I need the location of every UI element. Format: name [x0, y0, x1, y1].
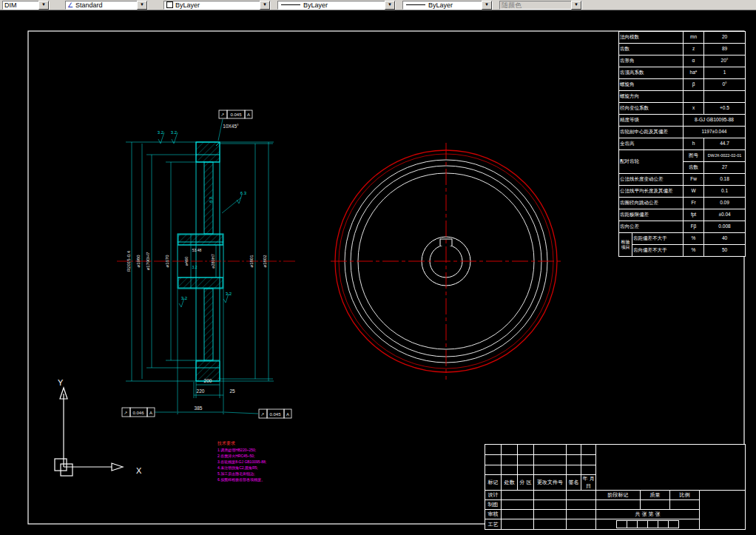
- mark-boxes-cell: [596, 519, 700, 530]
- textstyle-combo[interactable]: ∠ Standard ▼: [65, 1, 148, 10]
- runout-icon: ↗: [124, 411, 127, 415]
- empty-cell: [534, 455, 567, 465]
- dim-385: 385: [195, 406, 203, 411]
- ucs-x-label: X: [136, 466, 142, 475]
- empty-cell: [534, 519, 567, 530]
- empty-cell: [567, 465, 581, 475]
- empty-cell: [518, 445, 534, 455]
- empty-cell: [485, 465, 502, 475]
- mark-box: [658, 520, 669, 528]
- svg-text:A: A: [286, 412, 289, 417]
- empty-cell: [581, 445, 596, 455]
- dim-d1670: ⌀1670: [165, 255, 169, 268]
- notes-title: 技术要求: [217, 441, 235, 446]
- roughness-label: 3.2: [192, 265, 198, 269]
- empty-cell: [485, 445, 502, 455]
- chamfer-label: 10X45°: [223, 124, 239, 129]
- roughness-label: 3.2: [181, 296, 188, 300]
- color-swatch-icon: [166, 1, 173, 8]
- chevron-down-icon[interactable]: ▼: [38, 1, 49, 10]
- empty-cell: [670, 500, 700, 510]
- lineweight-sample-icon: [406, 4, 425, 5]
- svg-text:6.按图样检验齿部各项精度。: 6.按图样检验齿部各项精度。: [217, 477, 265, 482]
- empty-cell: [534, 445, 567, 455]
- linetype-combo-value: ByLayer: [303, 1, 385, 9]
- roughness-label: 6.3: [240, 191, 247, 195]
- empty-cell: [534, 491, 567, 500]
- lineweight-combo-value: ByLayer: [428, 1, 482, 9]
- dim-d1801: ⌀1801: [249, 255, 254, 268]
- linetype-sample-icon: [281, 4, 300, 5]
- dim-220: 220: [197, 388, 205, 394]
- lineweight-combo[interactable]: ByLayer ▼: [402, 1, 493, 10]
- color-combo[interactable]: ByLayer ▼: [163, 1, 271, 10]
- chevron-down-icon: ▼: [571, 1, 581, 10]
- plotstyle-combo-value: 随颜色: [502, 1, 571, 9]
- chevron-down-icon[interactable]: ▼: [385, 1, 395, 10]
- svg-text:4.未注明倒角C2,圆角R5;: 4.未注明倒角C2,圆角R5;: [217, 465, 258, 471]
- empty-cell: [567, 455, 581, 465]
- dimstyle-combo-value: DIM: [4, 1, 38, 9]
- empty-cell: [567, 445, 581, 455]
- gear-parameter-table: 法向模数mn20 齿数z89 齿形角α20° 齿顶高系数ha*1 螺旋角β0° …: [618, 31, 746, 257]
- ucs-y-label: Y: [58, 378, 64, 387]
- dim-d1980: ⌀1980: [136, 255, 141, 268]
- empty-cell: [502, 455, 518, 465]
- runout-icon: ↗: [220, 112, 224, 117]
- svg-text:0.045: 0.045: [230, 112, 242, 117]
- dim-d1790: ⌀1790H7: [146, 252, 150, 270]
- empty-cell: [502, 445, 518, 455]
- object-properties-toolbar: DIM ▼ ∠ Standard ▼ ByLayer ▼ ByLayer ▼ B…: [0, 0, 756, 10]
- svg-text:A: A: [247, 112, 250, 117]
- empty-cell: [502, 500, 534, 510]
- dim-25: 25: [229, 388, 235, 394]
- chevron-down-icon[interactable]: ▼: [137, 1, 147, 10]
- empty-cell: [502, 491, 534, 500]
- dim-d1802: ⌀1802: [263, 255, 267, 268]
- empty-cell: [518, 455, 534, 465]
- empty-cell: [567, 510, 596, 519]
- empty-cell: [502, 510, 534, 519]
- drawing-name-cell: [596, 445, 746, 491]
- front-view: [331, 143, 562, 380]
- dim-keyway: 53.48: [192, 248, 202, 252]
- empty-cell: [567, 500, 596, 510]
- plotstyle-combo: 随颜色 ▼: [499, 1, 582, 10]
- svg-text:1.调质处理HB220~250;: 1.调质处理HB220~250;: [217, 448, 256, 453]
- empty-cell: [534, 500, 567, 510]
- dim-200: 200: [204, 378, 212, 383]
- chevron-down-icon[interactable]: ▼: [260, 1, 270, 10]
- svg-text:3.齿轮精度8-GJ GB10095-88;: 3.齿轮精度8-GJ GB10095-88;: [217, 460, 266, 465]
- empty-cell: [485, 455, 502, 465]
- mark-box: [668, 520, 679, 528]
- dim-d460: ⌀460: [184, 257, 189, 266]
- empty-cell: [534, 465, 567, 475]
- mark-box: [627, 520, 638, 528]
- empty-cell: [518, 465, 534, 475]
- empty-cell: [641, 500, 670, 510]
- empty-cell: [567, 519, 596, 530]
- mark-box: [616, 520, 627, 528]
- empty-cell: [502, 465, 518, 475]
- svg-text:0.046: 0.046: [132, 411, 144, 415]
- chevron-down-icon[interactable]: ▼: [482, 1, 492, 10]
- ucs-icon: [55, 388, 123, 476]
- empty-cell: [567, 491, 596, 500]
- empty-cell: [502, 519, 534, 530]
- linetype-combo[interactable]: ByLayer ▼: [277, 1, 396, 10]
- empty-cell: [581, 465, 596, 475]
- style-icon: ∠: [67, 1, 73, 9]
- dim-radius: R2015-0.4: [126, 250, 131, 272]
- dimstyle-combo[interactable]: DIM ▼: [2, 1, 50, 10]
- technical-notes: 技术要求 1.调质处理HB220~250; 2.齿面淬火HRC45~50; 3.…: [217, 441, 266, 482]
- svg-text:5.加工后去除毛刺锐边;: 5.加工后去除毛刺锐边;: [217, 471, 255, 477]
- mark-box: [647, 520, 658, 528]
- roughness-label: 3.2: [158, 130, 164, 135]
- roughness-label: 3.2: [171, 130, 178, 135]
- empty-cell: [700, 491, 746, 530]
- color-combo-value: ByLayer: [175, 1, 260, 9]
- roughness-label: 6.3: [209, 197, 213, 203]
- empty-cell: [581, 455, 596, 465]
- sheet-count-cell: 共 张 第 张: [596, 510, 700, 519]
- empty-cell: [596, 500, 641, 510]
